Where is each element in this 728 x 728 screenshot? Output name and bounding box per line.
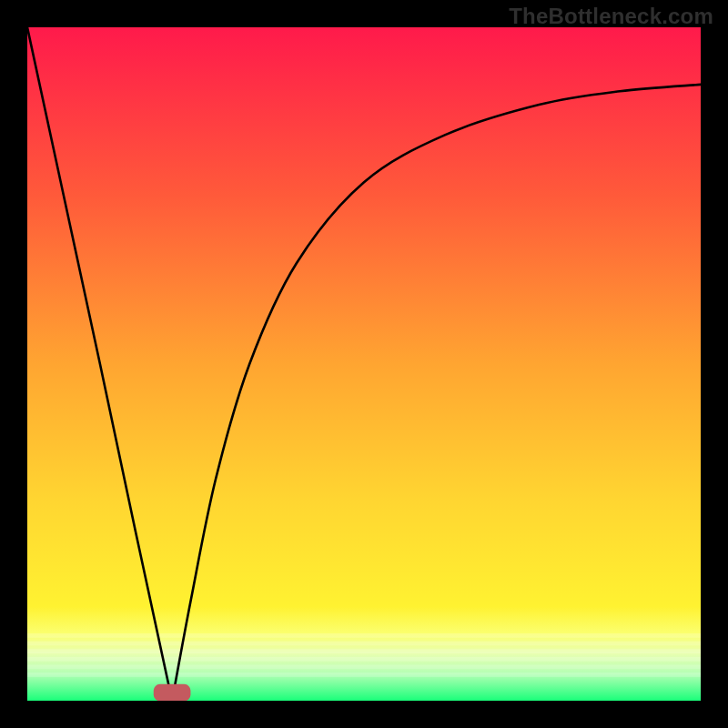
svg-rect-4: [27, 665, 701, 670]
svg-rect-1: [27, 642, 701, 646]
chart-svg: [27, 27, 701, 701]
svg-rect-2: [27, 649, 701, 653]
svg-rect-0: [27, 633, 701, 638]
watermark-text: TheBottleneck.com: [509, 4, 713, 29]
border-left: [0, 0, 27, 728]
gradient-background: [27, 27, 701, 701]
svg-rect-3: [27, 657, 701, 662]
vertex-marker: [154, 684, 191, 701]
svg-rect-5: [27, 672, 701, 677]
border-bottom: [0, 701, 728, 728]
border-right: [701, 0, 728, 728]
chart-frame: TheBottleneck.com: [0, 0, 728, 728]
